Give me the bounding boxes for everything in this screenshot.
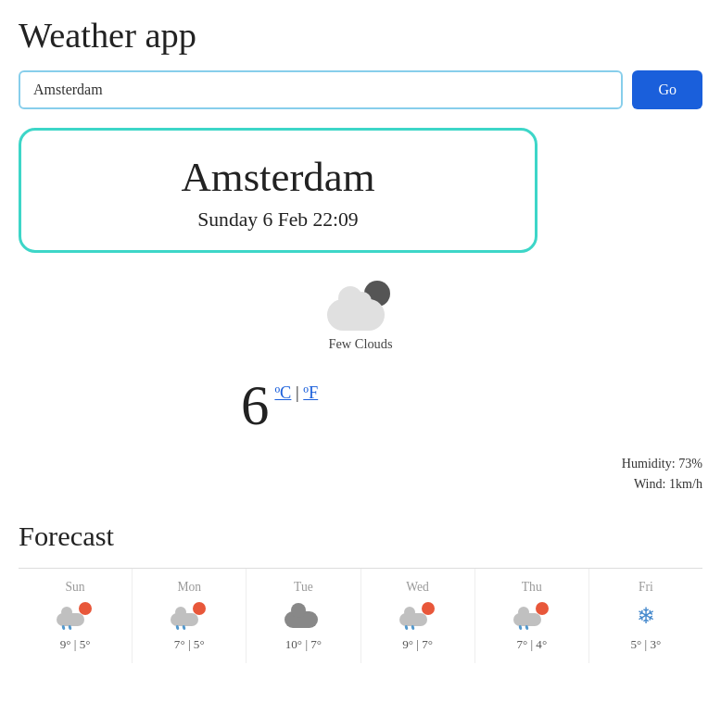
forecast-section: Forecast Sun 9° | 5°Mon 7° | 5°Tue 10° |… [19,521,702,663]
city-datetime: Sunday 6 Feb 22:09 [40,208,516,232]
forecast-day: Sun 9° | 5° [19,569,133,663]
temp-units: ºC | ºF [274,383,318,403]
forecast-day-name: Thu [479,580,585,595]
forecast-icon [399,602,436,630]
forecast-icon [57,602,94,630]
forecast-day: Tue 10° | 7° [247,569,360,663]
forecast-day-name: Wed [365,580,471,595]
temp-value: 6 [241,378,269,434]
search-row: Go [19,70,702,109]
fahrenheit-link[interactable]: ºF [303,383,318,402]
humidity-stat: Humidity: 73% [19,453,702,474]
forecast-grid: Sun 9° | 5°Mon 7° | 5°Tue 10° | 7°Wed [19,568,702,663]
forecast-day-name: Sun [22,580,128,595]
celsius-link[interactable]: ºC [274,383,291,402]
few-clouds-icon [327,279,394,331]
go-button[interactable]: Go [632,70,702,109]
wind-stat: Wind: 1km/h [19,473,702,495]
forecast-day-name: Tue [250,580,356,595]
forecast-day: Fri❄5° | 3° [589,569,702,663]
forecast-icon: ❄ [627,602,664,630]
forecast-temps: 5° | 3° [593,637,699,652]
search-input[interactable] [19,70,623,109]
forecast-title: Forecast [19,521,702,553]
forecast-temps: 9° | 5° [22,637,128,652]
app-title: Weather app [19,15,702,56]
forecast-day: Mon 7° | 5° [133,569,247,663]
stats-row: Humidity: 73% Wind: 1km/h [19,453,702,495]
city-card: Amsterdam Sunday 6 Feb 22:09 [19,128,538,253]
cloud-shape [327,299,385,331]
forecast-icon [171,602,208,630]
weather-condition: Few Clouds [328,336,392,352]
forecast-icon [285,602,322,630]
forecast-temps: 7° | 4° [479,637,585,652]
forecast-temps: 10° | 7° [250,637,356,652]
forecast-icon [513,602,550,630]
temp-row: 6 ºC | ºF [19,378,702,434]
forecast-temps: 7° | 5° [136,637,242,652]
forecast-temps: 9° | 7° [365,637,471,652]
forecast-day: Wed 9° | 7° [361,569,475,663]
forecast-day-name: Fri [593,580,699,595]
forecast-day: Thu 7° | 4° [475,569,589,663]
city-name: Amsterdam [40,153,516,201]
forecast-day-name: Mon [136,580,242,595]
weather-icon-area: Few Clouds [19,279,702,370]
